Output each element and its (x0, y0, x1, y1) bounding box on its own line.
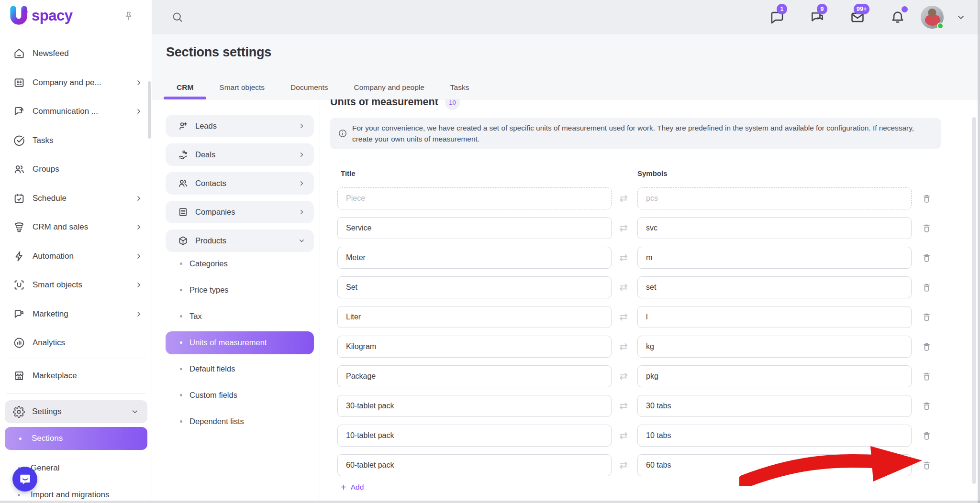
chevron-right-icon (135, 223, 143, 231)
sidebar-item-automation[interactable]: Automation (0, 242, 152, 271)
unit-symbol-input[interactable] (637, 365, 912, 387)
sidebar-item-smart-objects[interactable]: Smart objects (0, 271, 152, 300)
swap-icon[interactable]: ⇄ (615, 395, 632, 417)
swap-icon[interactable]: ⇄ (615, 247, 632, 269)
swap-icon[interactable]: ⇄ (615, 454, 632, 476)
user-avatar[interactable] (921, 6, 944, 29)
chevron-down-icon (131, 408, 139, 416)
tab-documents[interactable]: Documents (278, 76, 341, 99)
swap-icon[interactable]: ⇄ (615, 217, 632, 239)
unit-symbol-input[interactable] (637, 336, 912, 358)
swap-icon[interactable]: ⇄ (615, 425, 632, 447)
unit-symbol-input[interactable] (637, 187, 912, 209)
unit-row: ⇄ (152, 273, 980, 302)
unit-symbol-input[interactable] (637, 306, 912, 328)
app-window: spacy Newsfeed Company and pe... Communi… (0, 0, 980, 503)
delete-unit-button[interactable] (921, 193, 933, 205)
delete-unit-button[interactable] (921, 252, 933, 264)
unit-title-input[interactable] (337, 425, 612, 447)
delete-unit-button[interactable] (921, 400, 933, 412)
search-icon[interactable] (171, 11, 184, 23)
sidebar-item-marketing[interactable]: Marketing (0, 300, 152, 329)
sidebar-item-communication[interactable]: Communication ... (0, 97, 152, 126)
mail-icon (850, 18, 865, 26)
sidebar-item-label: Smart objects (33, 280, 82, 290)
delete-unit-button[interactable] (921, 311, 933, 323)
smart-objects-icon (13, 279, 25, 291)
unit-row: ⇄ (152, 243, 980, 273)
unit-title-input[interactable] (337, 187, 612, 209)
sidebar-nav: Newsfeed Company and pe... Communication… (0, 39, 152, 358)
swap-icon[interactable]: ⇄ (615, 187, 632, 209)
unit-symbol-input[interactable] (637, 395, 912, 417)
chevron-right-icon (298, 122, 305, 130)
swap-icon[interactable]: ⇄ (615, 336, 632, 358)
column-header-title: Title (341, 169, 356, 177)
unit-title-input[interactable] (337, 276, 612, 298)
unit-title-input[interactable] (337, 247, 612, 269)
bell-button[interactable] (890, 10, 905, 25)
notification-count-badge: 1 (777, 4, 787, 14)
sidebar-item-label: Tasks (33, 136, 53, 145)
unit-title-input[interactable] (337, 217, 612, 239)
analytics-icon (13, 337, 25, 349)
swap-icon[interactable]: ⇄ (615, 276, 632, 298)
subnav-card-deals[interactable]: Deals (166, 143, 314, 166)
unit-title-input[interactable] (337, 395, 612, 417)
unit-title-input[interactable] (337, 306, 612, 328)
sidebar-item-label: Schedule (33, 194, 67, 203)
sidebar-scrollbar[interactable] (148, 81, 151, 139)
bell-icon (890, 18, 905, 26)
unit-symbol-input[interactable] (637, 217, 912, 239)
swap-icon[interactable]: ⇄ (615, 306, 632, 328)
support-chat-button[interactable] (12, 467, 37, 492)
sidebar-item-label: CRM and sales (33, 222, 88, 232)
column-header-symbols: Symbols (637, 169, 668, 177)
add-unit-button[interactable]: + Add (341, 482, 364, 492)
sidebar-item-tasks[interactable]: Tasks (0, 126, 152, 155)
sidebar-item-crm-and-sales[interactable]: CRM and sales (0, 213, 152, 242)
tab-bar: CRMSmart objectsDocumentsCompany and peo… (164, 76, 482, 99)
notification-dot-badge (902, 6, 908, 12)
user-menu-chevron-icon[interactable] (956, 12, 966, 22)
deal-icon (178, 149, 189, 160)
delete-unit-button[interactable] (921, 222, 933, 234)
unit-symbol-input[interactable] (637, 247, 912, 269)
mail-button[interactable]: 99+ (850, 10, 865, 25)
sidebar-item-company-and-pe[interactable]: Company and pe... (0, 68, 152, 98)
page-title: Sections settings (166, 45, 271, 60)
sidebar-item-newsfeed[interactable]: Newsfeed (0, 39, 152, 68)
unit-title-input[interactable] (337, 365, 612, 387)
unit-title-input[interactable] (337, 336, 612, 358)
window-scrollbar[interactable] (978, 0, 980, 503)
chevron-right-icon (135, 195, 143, 202)
company-card-icon (13, 77, 25, 89)
sidebar-item-settings[interactable]: Settings (5, 400, 147, 423)
sidebar-item-groups[interactable]: Groups (0, 155, 152, 184)
online-status-dot (937, 22, 944, 29)
tab-tasks[interactable]: Tasks (437, 76, 482, 99)
delete-unit-button[interactable] (921, 371, 933, 383)
tab-company-and-people[interactable]: Company and people (341, 76, 437, 99)
content-scrollbar-thumb[interactable] (972, 117, 976, 484)
delete-unit-button[interactable] (921, 282, 933, 294)
uspacy-logo-icon (9, 6, 31, 26)
subnav-card-leads[interactable]: Leads (166, 115, 314, 137)
unit-title-input[interactable] (337, 454, 612, 476)
unit-symbol-input[interactable] (637, 276, 912, 298)
delete-unit-button[interactable] (921, 341, 933, 353)
sidebar-item-sections[interactable]: Sections (5, 427, 147, 450)
tab-smart-objects[interactable]: Smart objects (206, 76, 278, 99)
group-chat-button[interactable]: 9 (810, 10, 825, 25)
groups-icon (13, 163, 25, 175)
swap-icon[interactable]: ⇄ (615, 365, 632, 387)
sidebar-item-analytics[interactable]: Analytics (0, 328, 152, 358)
tab-crm[interactable]: CRM (164, 76, 206, 99)
top-bar: 1999+ (152, 0, 980, 34)
sidebar-item-marketplace[interactable]: Marketplace (0, 361, 152, 391)
marketing-icon (13, 308, 25, 320)
sidebar-item-schedule[interactable]: Schedule (0, 184, 152, 213)
chevron-right-icon (135, 310, 143, 318)
chat-button[interactable]: 1 (769, 10, 785, 25)
pin-sidebar-icon[interactable] (123, 11, 134, 22)
